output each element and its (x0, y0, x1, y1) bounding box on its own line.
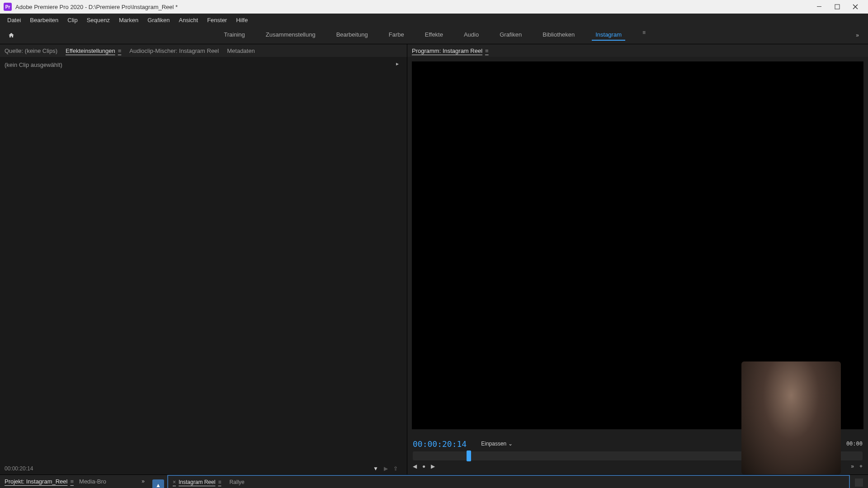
workspace-grafiken[interactable]: Grafiken (496, 29, 525, 41)
close-button[interactable] (846, 0, 864, 13)
timeline-tab-rallye[interactable]: Rallye (229, 479, 244, 485)
source-timecode: 00:00:20:14 (5, 465, 33, 472)
close-icon[interactable]: × (173, 479, 176, 485)
workspace-audio[interactable]: Audio (460, 29, 482, 41)
add-marker-icon[interactable]: ● (422, 463, 425, 469)
export-icon[interactable]: ⇪ (393, 465, 398, 472)
mark-in-icon[interactable]: ◀ (413, 463, 417, 469)
tools-panel: ▲ ⇥ ✂ ⟷ ✎ ✋ T (149, 475, 167, 488)
selection-tool[interactable]: ▲ (152, 479, 164, 488)
timeline-tab-instagram[interactable]: ×Instagram Reel≡ (173, 479, 221, 485)
workspace-farbe[interactable]: Farbe (385, 29, 408, 41)
hamburger-icon[interactable]: ≡ (70, 478, 74, 485)
source-column: Quelle: (keine Clips) Effekteinstellunge… (0, 44, 407, 474)
tab-media-browser[interactable]: Media-Bro (79, 478, 106, 485)
chevron-down-icon: ⌄ (508, 441, 513, 447)
bottom-area: Projekt: Instagram_Reel≡ Media-Bro » ▭ I… (0, 474, 868, 488)
audio-meter-panel: S S (850, 475, 868, 488)
workspace-training[interactable]: Training (220, 29, 248, 41)
hamburger-icon[interactable]: ≡ (485, 47, 489, 54)
minimize-button[interactable] (810, 0, 828, 13)
hamburger-icon[interactable]: ≡ (118, 47, 122, 54)
project-panel: Projekt: Instagram_Reel≡ Media-Bro » ▭ I… (0, 475, 149, 488)
mark-out-icon[interactable]: ▶ (431, 463, 435, 469)
svg-rect-1 (835, 5, 840, 9)
program-out-timecode: 00:00 (846, 441, 863, 447)
source-bottom-icons: ▼ ▶ ⇪ (373, 465, 398, 472)
app-icon: Pr (4, 3, 12, 11)
overflow-icon[interactable]: » (142, 478, 145, 484)
menu-hilfe[interactable]: Hilfe (231, 15, 252, 25)
tab-projekt[interactable]: Projekt: Instagram_Reel≡ (5, 478, 74, 485)
menu-datei[interactable]: Datei (3, 15, 25, 25)
workspace-bar: Training Zusammenstellung Bearbeitung Fa… (0, 26, 868, 44)
main-area: Quelle: (keine Clips) Effekteinstellunge… (0, 44, 868, 474)
menu-grafiken[interactable]: Grafiken (143, 15, 174, 25)
project-tabs: Projekt: Instagram_Reel≡ Media-Bro » (0, 475, 149, 488)
menu-marken[interactable]: Marken (114, 15, 143, 25)
hamburger-icon[interactable]: ≡ (218, 479, 221, 485)
menu-ansicht[interactable]: Ansicht (174, 15, 203, 25)
workspace-bibliotheken[interactable]: Bibliotheken (539, 29, 578, 41)
program-panel-tabs: Programm: Instagram Reel≡ (407, 44, 868, 57)
webcam-overlay (741, 361, 841, 474)
tab-quelle[interactable]: Quelle: (keine Clips) (5, 47, 57, 54)
tab-effekteinstellungen[interactable]: Effekteinstellungen≡ (66, 47, 121, 54)
expand-arrow-icon[interactable]: ▸ (396, 61, 399, 67)
play-icon[interactable]: ▶ (384, 465, 388, 472)
filter-icon[interactable]: ▼ (373, 465, 378, 472)
maximize-button[interactable] (828, 0, 846, 13)
tab-metadaten[interactable]: Metadaten (227, 47, 255, 54)
workspace-menu-icon[interactable]: ≡ (639, 29, 649, 41)
program-timecode[interactable]: 00:00:20:14 (413, 439, 467, 449)
fit-dropdown[interactable]: Einpassen⌄ (481, 441, 513, 447)
effect-controls-panel: (kein Clip ausgewählt) ▸ 00:00:20:14 ▼ ▶… (0, 57, 407, 474)
workspace-zusammenstellung[interactable]: Zusammenstellung (262, 29, 319, 41)
no-clip-label: (kein Clip ausgewählt) (5, 61, 402, 68)
window-title: Adobe Premiere Pro 2020 - D:\Premiere Pr… (15, 4, 810, 10)
menu-clip[interactable]: Clip (63, 15, 82, 25)
workspace-effekte[interactable]: Effekte (421, 29, 447, 41)
workspace-overflow-icon[interactable]: » (847, 32, 868, 38)
program-playhead[interactable] (467, 450, 471, 461)
title-bar: Pr Adobe Premiere Pro 2020 - D:\Premiere… (0, 0, 868, 14)
audio-meter-header (855, 479, 863, 487)
tab-audioclip-mischer[interactable]: Audioclip-Mischer: Instagram Reel (129, 47, 219, 54)
svg-rect-0 (817, 6, 821, 7)
menu-sequenz[interactable]: Sequenz (82, 15, 114, 25)
workspace-tabs: Training Zusammenstellung Bearbeitung Fa… (23, 29, 847, 41)
timeline-panel: ×Instagram Reel≡ Rallye 00:00:20:14 ⊞ ⟲ … (167, 475, 850, 488)
workspace-bearbeitung[interactable]: Bearbeitung (333, 29, 372, 41)
timeline-tabs: ×Instagram Reel≡ Rallye (168, 476, 849, 488)
plus-icon[interactable]: + (859, 463, 863, 469)
home-button[interactable] (5, 28, 18, 42)
workspace-instagram[interactable]: Instagram (592, 29, 625, 41)
menu-fenster[interactable]: Fenster (203, 15, 231, 25)
tab-programm[interactable]: Programm: Instagram Reel≡ (412, 47, 489, 54)
source-panel-tabs: Quelle: (keine Clips) Effekteinstellunge… (0, 44, 407, 57)
menu-bearbeiten[interactable]: Bearbeiten (25, 15, 63, 25)
overflow-icon[interactable]: » (851, 463, 854, 469)
menu-bar: Datei Bearbeiten Clip Sequenz Marken Gra… (0, 14, 868, 26)
